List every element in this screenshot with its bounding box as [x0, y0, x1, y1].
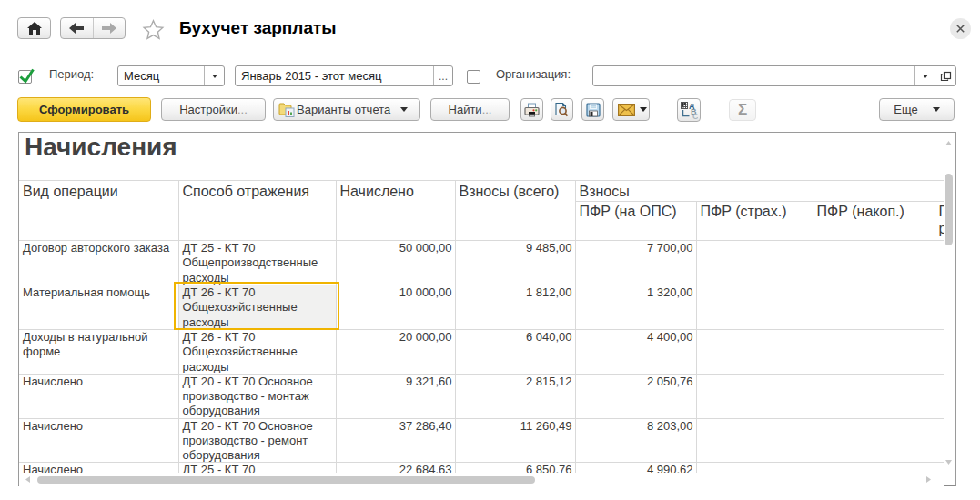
svg-text:C: C	[692, 112, 698, 119]
